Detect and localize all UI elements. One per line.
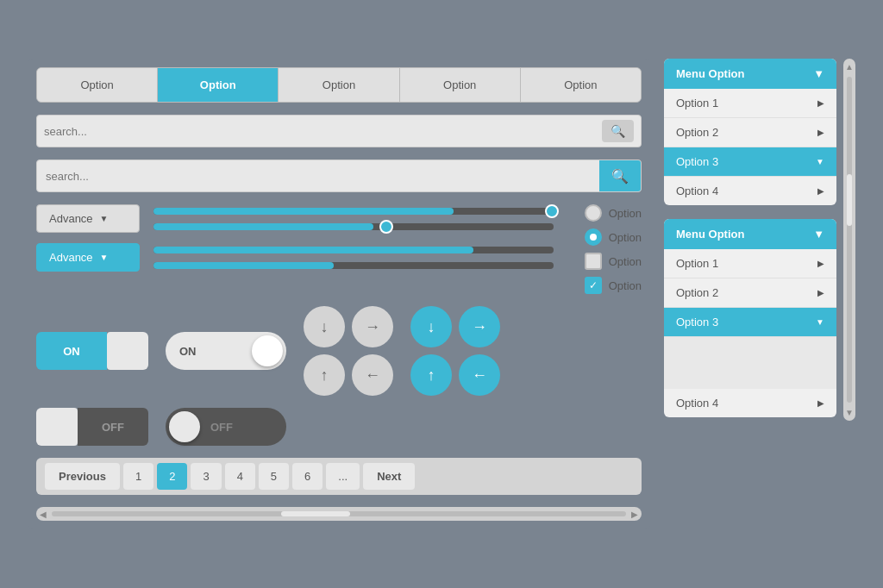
tab-5[interactable]: Option: [521, 68, 641, 102]
right-panel: Menu Option ▼ Option 1 ▶ Option 2 ▶ Opti…: [664, 59, 836, 417]
dropdown-gray[interactable]: Advance ▼: [36, 204, 140, 233]
dropdown-row-2: Advance ▼: [36, 243, 554, 272]
slider-track-3[interactable]: [153, 247, 554, 253]
slider-handle-2: [379, 220, 393, 234]
tab-2[interactable]: Option: [158, 68, 279, 102]
menu-header-label-1: Menu Option: [676, 67, 744, 80]
toggle-round-handle-off: [169, 411, 200, 442]
menu2-item-1-arrow: ▶: [817, 259, 824, 268]
radio-label-2: Option: [609, 231, 642, 244]
menu2-item-2[interactable]: Option 2 ▶: [664, 278, 836, 308]
hscroll-right-arrow[interactable]: ▶: [631, 510, 638, 519]
menu1-item-1-arrow: ▶: [817, 98, 824, 108]
dir-btn-up-blue[interactable]: ↑: [410, 354, 452, 396]
dir-btn-right-gray[interactable]: →: [352, 306, 393, 347]
menu1-item-3-arrow: ▼: [816, 157, 824, 166]
dropdown-blue[interactable]: Advance ▼: [36, 243, 140, 272]
checkbox-label-1: Option: [609, 255, 642, 268]
toggle-sq-off[interactable]: OFF: [36, 408, 148, 446]
dir-btn-left-blue[interactable]: ←: [459, 354, 500, 396]
slider-container-2: [153, 247, 554, 269]
menu1-item-2[interactable]: Option 2 ▶: [664, 118, 836, 147]
page-ellipsis[interactable]: ...: [326, 463, 360, 490]
vscroll-track: [847, 77, 852, 403]
page-2-active[interactable]: 2: [157, 463, 187, 490]
slider-fill-1: [153, 208, 454, 215]
menu2-item-4-label: Option 4: [676, 397, 718, 410]
dir-btn-up-gray[interactable]: ↑: [304, 354, 345, 396]
menu2-item-3-arrow: ▼: [816, 317, 824, 327]
checkbox-option-1[interactable]: Option: [585, 253, 642, 270]
dropdown-blue-label: Advance: [49, 251, 93, 264]
radio-checked-2: [585, 228, 602, 246]
search-button-blue[interactable]: 🔍: [599, 160, 641, 191]
page-1[interactable]: 1: [123, 463, 153, 490]
menu-header-arrow-1: ▼: [813, 67, 824, 80]
search-bar-gray: 🔍: [36, 115, 642, 147]
checkbox-checked-2: ✓: [585, 277, 602, 294]
search-input-2[interactable]: [37, 170, 599, 183]
pagination-next[interactable]: Next: [363, 463, 415, 490]
radio-option-2[interactable]: Option: [585, 228, 642, 246]
slider-track-4[interactable]: [153, 262, 554, 269]
page-5[interactable]: 5: [259, 463, 289, 490]
slider-fill-4: [153, 262, 334, 269]
tab-1[interactable]: Option: [37, 68, 158, 102]
menu2-item-4[interactable]: Option 4 ▶: [664, 389, 836, 417]
menu-header-1[interactable]: Menu Option ▼: [664, 59, 836, 89]
dropdown-arrow-1: ▼: [100, 214, 109, 223]
menu-card-2: Menu Option ▼ Option 1 ▶ Option 2 ▶ Opti…: [664, 219, 836, 417]
menu-header-2[interactable]: Menu Option ▼: [664, 219, 836, 249]
checkbox-option-2[interactable]: ✓ Option: [585, 277, 642, 294]
menu1-item-4-arrow: ▶: [817, 186, 824, 196]
tab-4[interactable]: Option: [400, 68, 521, 102]
vscroll-down-arrow[interactable]: ▼: [845, 408, 854, 417]
hscroll-thumb: [281, 511, 350, 516]
checkbox-label-2: Option: [609, 279, 642, 292]
vertical-scrollbar[interactable]: ▲ ▼: [843, 59, 855, 421]
pagination-prev[interactable]: Previous: [45, 463, 120, 490]
slider-track-1[interactable]: [153, 208, 554, 215]
slider-track-2[interactable]: [153, 223, 554, 230]
horizontal-scrollbar[interactable]: ◀ ▶: [36, 507, 642, 521]
dir-btns-gray: ↓ → ↑ ←: [304, 306, 393, 396]
toggle-round-on-label: ON: [179, 345, 197, 358]
toggle-round-on[interactable]: ON: [166, 332, 286, 370]
menu1-item-2-label: Option 2: [676, 126, 718, 139]
dropdown-gray-label: Advance: [49, 212, 93, 225]
dir-btn-down-gray[interactable]: ↓: [304, 306, 345, 347]
page-3[interactable]: 3: [191, 463, 221, 490]
dir-btn-right-blue[interactable]: →: [459, 306, 500, 347]
menu2-item-3-label: Option 3: [676, 316, 718, 328]
radio-option-1[interactable]: Option: [585, 204, 642, 222]
toggles-off-row: OFF OFF: [36, 408, 642, 446]
tab-3[interactable]: Option: [279, 68, 399, 102]
radio-label-1: Option: [609, 207, 642, 220]
menu2-item-2-label: Option 2: [676, 286, 718, 299]
toggle-round-off[interactable]: OFF: [166, 408, 286, 446]
page-6[interactable]: 6: [292, 463, 323, 490]
menu1-item-3[interactable]: Option 3 ▼: [664, 147, 836, 177]
menu-card-1: Menu Option ▼ Option 1 ▶ Option 2 ▶ Opti…: [664, 59, 836, 205]
hscroll-left-arrow[interactable]: ◀: [40, 510, 47, 519]
toggle-round-handle-on: [252, 335, 283, 366]
toggle-sq-on[interactable]: ON: [36, 332, 148, 370]
dir-btn-down-blue[interactable]: ↓: [410, 306, 452, 347]
page-4[interactable]: 4: [225, 463, 255, 490]
menu1-item-1[interactable]: Option 1 ▶: [664, 89, 836, 118]
toggle-sq-off-handle: [36, 408, 78, 446]
dir-btn-left-gray[interactable]: ←: [352, 354, 393, 396]
menu2-item-3[interactable]: Option 3 ▼: [664, 308, 836, 337]
vscroll-up-arrow[interactable]: ▲: [845, 62, 854, 72]
search-button-gray[interactable]: 🔍: [602, 120, 634, 142]
menu1-item-4[interactable]: Option 4 ▶: [664, 177, 836, 205]
menu1-item-1-label: Option 1: [676, 97, 718, 109]
menu2-item-1[interactable]: Option 1 ▶: [664, 249, 836, 278]
menu-header-arrow-2: ▼: [813, 228, 824, 241]
search-input-1[interactable]: [44, 125, 602, 138]
dropdown-arrow-2: ▼: [100, 253, 109, 262]
slider-container-1: [153, 208, 554, 230]
tab-bar: Option Option Option Option Option: [36, 67, 642, 103]
options-section: Option Option Option ✓ Option: [585, 204, 642, 294]
menu2-item-4-arrow: ▶: [817, 398, 824, 408]
